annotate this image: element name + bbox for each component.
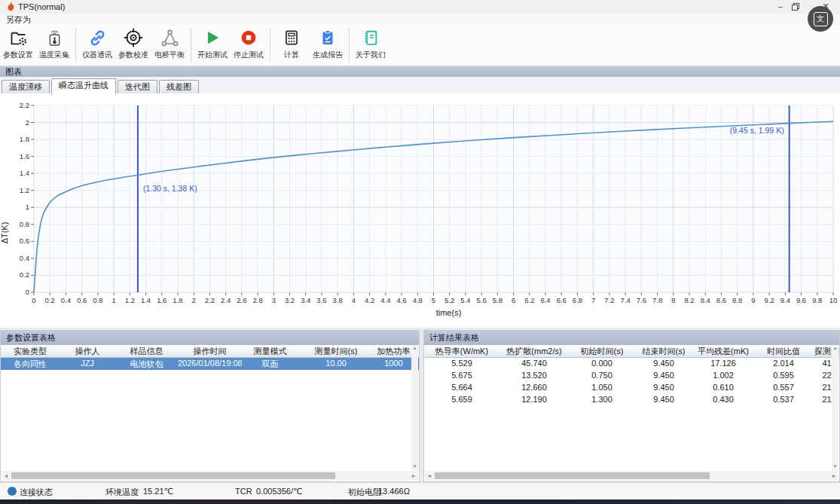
- toolbar-button-label: 开始测试: [197, 50, 228, 60]
- menu-bar: 另存为: [0, 14, 840, 26]
- scroll-up-icon[interactable]: ▲: [832, 345, 838, 352]
- svg-text:8.2: 8.2: [684, 296, 694, 304]
- scroll-left-icon[interactable]: ◄: [2, 471, 11, 481]
- chart-tab-3[interactable]: 残差图: [159, 80, 199, 94]
- chart-tab-1[interactable]: 瞬态温升曲线: [51, 78, 116, 95]
- table-cell: 0.610: [692, 383, 754, 392]
- chart-tab-2[interactable]: 迭代图: [118, 80, 157, 94]
- hscroll-thumb[interactable]: [11, 472, 335, 479]
- svg-text:1.6: 1.6: [157, 296, 166, 304]
- results-table-vscrollbar[interactable]: ▲▼: [832, 345, 838, 470]
- svg-text:4.8: 4.8: [413, 296, 423, 304]
- column-header[interactable]: 热扩散(mm2/s): [499, 346, 569, 357]
- table-row[interactable]: 5.66412.6601.0509.4500.6100.55721: [424, 382, 839, 394]
- table-row[interactable]: 5.52945.7400.0009.45017.1262.01441: [424, 358, 839, 370]
- toolbar-thermometer-wifi-button[interactable]: 温度采集: [36, 26, 72, 64]
- parameter-table-hscrollbar[interactable]: ◄►: [2, 471, 418, 481]
- toolbar: 参数设置温度采集仪器通讯参数校准电桥平衡开始测试停止测试计算生成报告关于我们: [0, 25, 840, 66]
- scroll-right-icon[interactable]: ►: [409, 471, 418, 481]
- svg-text:8.4: 8.4: [701, 296, 710, 304]
- svg-text:6.6: 6.6: [557, 296, 567, 304]
- hscroll-thumb[interactable]: [435, 472, 710, 479]
- table-cell: 2.014: [754, 359, 813, 368]
- column-header[interactable]: 实验类型: [1, 346, 60, 357]
- column-header[interactable]: 结束时间(s): [635, 346, 692, 357]
- scroll-left-icon[interactable]: ◄: [425, 471, 434, 481]
- svg-text:5: 5: [432, 296, 435, 304]
- chart-tab-0[interactable]: 温度漂移: [2, 80, 50, 94]
- table-row[interactable]: 5.67513.5200.7509.4501.0020.59522: [424, 370, 839, 382]
- svg-text:1: 1: [26, 203, 29, 211]
- menu-save-as[interactable]: 另存为: [4, 14, 33, 26]
- toolbar-report-button[interactable]: 生成报告: [310, 26, 346, 64]
- svg-text:6.4: 6.4: [540, 296, 550, 304]
- minimize-button[interactable]: –: [769, 0, 792, 14]
- column-header[interactable]: 测量模式: [242, 346, 298, 357]
- svg-text:3.2: 3.2: [285, 296, 295, 304]
- scroll-up-icon[interactable]: ▲: [411, 345, 418, 352]
- toolbar-bridge-button[interactable]: 电桥平衡: [151, 26, 188, 64]
- column-header[interactable]: 时间比值: [754, 346, 813, 357]
- initial-resistance-label: 初始电阻: [348, 487, 381, 498]
- svg-text:0.8: 0.8: [20, 220, 29, 228]
- svg-text:1.4: 1.4: [141, 296, 151, 304]
- column-header[interactable]: 热导率(W/mK): [424, 346, 499, 357]
- stop-icon: [239, 26, 258, 49]
- connection-status-label: 连接状态: [20, 487, 53, 498]
- scroll-down-icon[interactable]: ▼: [411, 463, 418, 470]
- svg-text:0: 0: [26, 288, 29, 296]
- column-header[interactable]: 平均残差(mK): [692, 346, 754, 357]
- table-cell: 0.750: [569, 371, 635, 380]
- table-cell: 12.660: [499, 383, 569, 392]
- toolbar-play-button[interactable]: 开始测试: [194, 26, 231, 64]
- toolbar-folder-gear-button[interactable]: 参数设置: [0, 26, 36, 64]
- parameter-table-vscrollbar[interactable]: ▲▼: [411, 345, 418, 470]
- chart-tab-bar: 温度漂移瞬态温升曲线迭代图残差图: [0, 77, 840, 94]
- toolbar-button-label: 计算: [284, 50, 299, 60]
- connection-status-icon: [8, 487, 17, 496]
- table-row[interactable]: 5.65912.1901.3009.4500.4300.53721: [424, 394, 839, 406]
- column-header[interactable]: 操作时间: [178, 346, 242, 357]
- y-axis-label: ΔT(K): [0, 222, 9, 244]
- svg-text:0.8: 0.8: [93, 296, 102, 304]
- table-cell: 10.00: [298, 359, 374, 368]
- marker-annotation-0: (1.30 s, 1.38 K): [143, 184, 197, 193]
- column-header[interactable]: 初始时间(s): [569, 346, 635, 357]
- toolbar-about-button[interactable]: 关于我们: [353, 26, 389, 64]
- svg-text:2: 2: [26, 118, 29, 127]
- toolbar-stop-button[interactable]: 停止测试: [231, 26, 267, 64]
- scroll-right-icon[interactable]: ►: [829, 471, 838, 481]
- table-row[interactable]: 各向同性JZJ电池软包2026/01/08/19:08双面10.001000: [1, 358, 419, 370]
- column-header[interactable]: 加热功率: [374, 346, 414, 357]
- scroll-down-icon[interactable]: ▼: [832, 463, 838, 470]
- results-table-hscrollbar[interactable]: ◄►: [425, 471, 838, 481]
- toolbar-target-button[interactable]: 参数校准: [115, 26, 151, 64]
- column-header[interactable]: 样品信息: [115, 346, 178, 357]
- svg-text:3: 3: [272, 296, 276, 304]
- svg-text:3.8: 3.8: [333, 296, 343, 304]
- table-cell: 5.659: [424, 395, 499, 404]
- svg-text:8.6: 8.6: [716, 296, 726, 304]
- svg-text:8: 8: [671, 296, 675, 304]
- table-cell: JZJ: [60, 359, 115, 368]
- svg-text:5.4: 5.4: [460, 296, 470, 304]
- column-header[interactable]: 测量时间(s): [298, 346, 374, 357]
- calculator-icon: [282, 26, 301, 49]
- svg-text:9: 9: [751, 296, 755, 304]
- svg-text:9.2: 9.2: [765, 296, 774, 304]
- toolbar-separator: [270, 28, 270, 63]
- svg-text:2.4: 2.4: [221, 296, 231, 304]
- toolbar-calculator-button[interactable]: 计算: [273, 26, 310, 64]
- svg-text:7.4: 7.4: [621, 296, 631, 304]
- toolbar-separator: [191, 28, 191, 63]
- screen-translate-overlay-button[interactable]: 文: [808, 6, 833, 32]
- table-cell: 0.557: [754, 383, 813, 392]
- parameter-table-panel: 参数设置表格 实验类型操作人样品信息操作时间测量模式测量时间(s)加热功率各向同…: [0, 330, 420, 482]
- status-bar: 连接状态 环境温度 15.21℃ TCR 0.005356/℃ 初始电阻 13.…: [0, 482, 840, 500]
- svg-text:0.4: 0.4: [61, 296, 71, 304]
- column-header[interactable]: 操作人: [60, 346, 115, 357]
- svg-text:7: 7: [591, 296, 595, 304]
- toolbar-link-button[interactable]: 仪器通讯: [79, 26, 115, 64]
- table-cell: 0.537: [754, 395, 813, 404]
- table-cell: 5.675: [424, 371, 499, 380]
